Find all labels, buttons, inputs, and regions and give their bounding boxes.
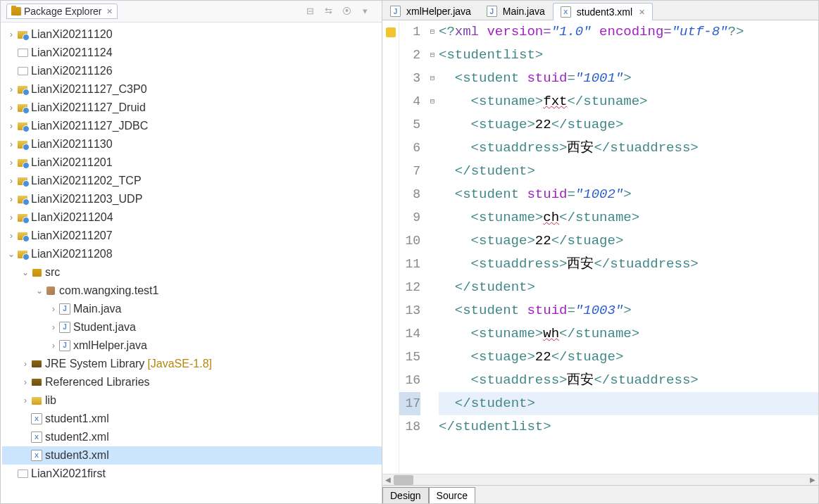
code-line[interactable]: <stuname>fxt</stuname> [439,90,818,113]
scroll-left-arrow-icon[interactable]: ◀ [383,475,393,485]
tree-item[interactable]: ⌄LianXi20211208 [2,245,382,263]
design-tab[interactable]: Design [382,487,429,503]
line-number: 4 [399,90,420,113]
code-line[interactable]: <stuname>wh</stuname> [439,322,818,346]
collapse-icon[interactable]: ⌄ [35,283,44,298]
code-line[interactable]: <studentlist> [439,44,818,67]
close-tab-icon[interactable]: ✕ [639,8,645,17]
code-line[interactable]: <student stuid="1003"> [439,299,818,322]
fold-collapse-icon[interactable]: ⊟ [427,90,437,113]
tree-item-label: LianXi20211124 [31,45,113,61]
tree-item[interactable]: LianXi20211124 [2,44,382,62]
expand-icon[interactable]: › [6,173,16,189]
fold-collapse-icon[interactable]: ⊟ [427,20,437,44]
code-line[interactable]: <stuaddress>西安</stuaddress> [439,137,818,160]
tree-item[interactable]: ›Referenced Libraries [2,373,382,391]
editor-tab[interactable]: Main.java [479,2,553,20]
collapse-icon[interactable]: ⌄ [6,246,16,262]
tree-item[interactable]: LianXi20211126 [2,62,382,80]
expand-icon[interactable]: › [20,374,30,390]
code-line[interactable]: <?xml version="1.0" encoding="utf-8"?> [439,20,818,44]
expand-icon[interactable]: › [6,82,16,97]
expand-icon[interactable]: › [49,301,58,317]
code-line[interactable]: <stuage>22</stuage> [439,346,818,369]
tree-item[interactable]: student3.xml [2,446,382,465]
tree-item[interactable]: ›LianXi20211127_Druid [2,99,382,117]
code-line[interactable]: <stuaddress>西安</stuaddress> [439,253,818,276]
pkg-icon [44,285,57,296]
tree-item[interactable]: LianXi2021first [2,465,382,483]
editor-tab[interactable]: xmlHelper.java [382,2,479,20]
code-line[interactable]: <stuname>ch</stuname> [439,206,818,229]
line-number: 8 [399,183,420,206]
expand-icon[interactable]: › [6,191,16,207]
explorer-title-tab[interactable]: Package Explorer ✕ [6,4,118,19]
scroll-right-arrow-icon[interactable]: ▶ [808,475,818,485]
expand-icon[interactable]: › [49,338,58,353]
collapse-icon[interactable]: ⌄ [20,265,30,280]
tree-item[interactable]: ›xmlHelper.java [2,336,382,355]
proj-icon [16,194,29,205]
expand-icon[interactable]: › [6,27,16,42]
tree-item[interactable]: ›LianXi20211207 [2,227,382,245]
explorer-tree-scroll[interactable]: ›LianXi20211120LianXi20211124LianXi20211… [1,23,382,503]
code-line[interactable]: <student stuid="1002"> [439,183,818,206]
tree-item[interactable]: ›JRE System Library[JavaSE-1.8] [2,355,382,373]
tree-item[interactable]: ›LianXi20211202_TCP [2,172,382,190]
code-line[interactable]: <stuage>22</stuage> [439,229,818,253]
lib-icon [30,358,43,370]
expand-icon[interactable]: › [49,320,58,335]
expand-icon[interactable]: › [6,100,16,115]
tree-item[interactable]: ›Student.java [2,318,382,336]
expand-icon[interactable]: › [6,155,16,170]
expand-icon[interactable]: › [20,393,30,408]
java-icon [58,340,71,351]
link-editor-icon[interactable]: ⇆ [323,6,334,17]
java-icon [487,6,497,17]
code-line[interactable]: </student> [439,392,818,415]
horizontal-scrollbar[interactable]: ◀ ▶ [382,474,818,485]
expand-icon[interactable]: › [6,118,16,134]
code-line[interactable]: <stuaddress>西安</stuaddress> [439,369,818,392]
tree-item[interactable]: ›Main.java [2,300,382,318]
proj-icon [16,120,29,132]
tree-item[interactable]: ⌄src [2,263,382,282]
tree-item[interactable]: student1.xml [2,410,382,428]
editor-area[interactable]: 123456789101112131415161718 ⊟⊟⊟⊟ <?xml v… [382,20,818,474]
tree-item[interactable]: ⌄com.wangxing.test1 [2,282,382,300]
tree-item[interactable]: ›LianXi20211127_C3P0 [2,80,382,99]
close-explorer-icon[interactable]: ✕ [106,7,113,16]
code-line[interactable]: </student> [439,276,818,299]
source-tab[interactable]: Source [429,487,475,503]
code-line[interactable]: </student> [439,160,818,183]
line-number: 9 [399,206,420,229]
code-content[interactable]: <?xml version="1.0" encoding="utf-8"?><s… [437,20,818,474]
tree-item[interactable]: ›LIanXi20211204 [2,208,382,227]
view-menu-icon[interactable]: ▾ [359,6,370,17]
code-line[interactable]: <student stuid="1001"> [439,67,818,90]
focus-icon[interactable]: ⦿ [341,6,352,17]
tree-item[interactable]: ›LianXi20211130 [2,135,382,153]
editor-tab[interactable]: student3.xml✕ [553,3,653,20]
tree-item[interactable]: ›lib [2,391,382,410]
tree-item[interactable]: ›LianXi20211203_UDP [2,190,382,208]
fold-gutter: ⊟⊟⊟⊟ [427,20,437,474]
tree-item[interactable]: ›LianXi20211120 [2,25,382,44]
fold-collapse-icon[interactable]: ⊟ [427,67,437,90]
code-line[interactable]: </studentlist> [439,415,818,439]
expand-icon[interactable]: › [20,356,30,372]
line-number: 2 [399,44,420,67]
scrollbar-thumb[interactable] [394,475,413,485]
code-line[interactable]: <stuage>22</stuage> [439,113,818,137]
collapse-all-icon[interactable]: ⊟ [304,6,315,17]
tree-item[interactable]: student2.xml [2,428,382,446]
tree-item-label: LianXi20211207 [31,228,113,244]
tree-item[interactable]: ›LianXi20211127_JDBC [2,117,382,135]
tree-item-label: LianXi20211202_TCP [31,173,142,189]
expand-icon[interactable]: › [6,228,16,244]
expand-icon[interactable]: › [6,210,16,225]
fold-collapse-icon[interactable]: ⊟ [427,44,437,67]
expand-icon[interactable]: › [6,137,16,152]
warning-marker-icon[interactable] [386,27,396,37]
tree-item[interactable]: ›LianXi20211201 [2,153,382,172]
